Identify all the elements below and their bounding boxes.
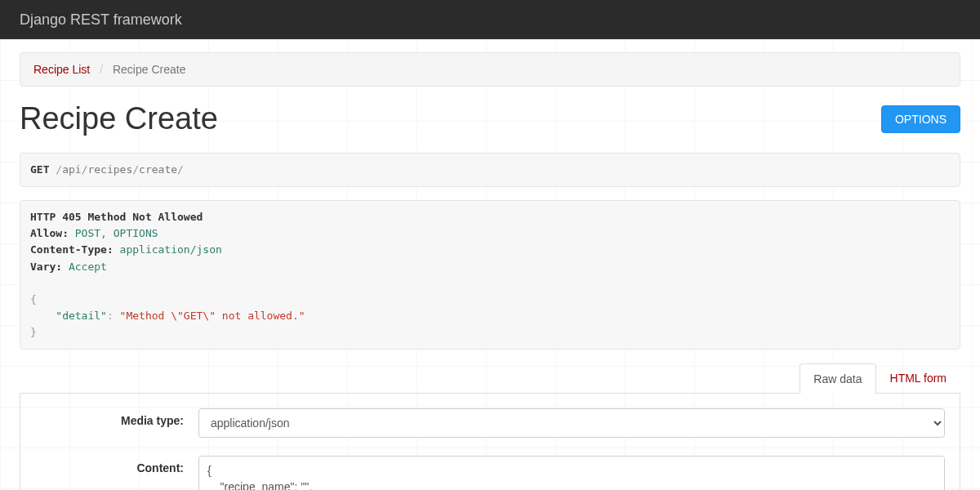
allow-header: POST, OPTIONS	[75, 227, 158, 239]
breadcrumb-separator: /	[100, 63, 103, 76]
request-method: GET	[30, 163, 49, 176]
json-value: "Method \"GET\" not allowed."	[120, 310, 305, 322]
media-type-select[interactable]: application/json	[198, 408, 945, 438]
tab-html-form[interactable]: HTML form	[876, 363, 960, 393]
options-button[interactable]: OPTIONS	[881, 105, 960, 133]
navbar: Django REST framework	[0, 0, 980, 39]
brand-title: Django REST framework	[20, 11, 182, 29]
json-key: "detail"	[56, 310, 107, 322]
content-type-header: application/json	[120, 243, 222, 256]
vary-header: Accept	[69, 261, 107, 273]
status-line: HTTP 405 Method Not Allowed	[30, 211, 203, 223]
breadcrumb: Recipe List / Recipe Create	[20, 52, 960, 87]
content-textarea[interactable]	[198, 456, 945, 490]
page-title: Recipe Create	[20, 101, 218, 136]
breadcrumb-root-link[interactable]: Recipe List	[33, 63, 90, 76]
response-box: HTTP 405 Method Not Allowed Allow: POST,…	[20, 200, 960, 350]
tab-raw-data[interactable]: Raw data	[800, 363, 875, 394]
breadcrumb-current: Recipe Create	[113, 63, 186, 76]
tabs: Raw data HTML form	[20, 363, 960, 393]
raw-data-form: Media type: application/json Content:	[20, 393, 960, 490]
request-line: GET /api/recipes/create/	[20, 153, 960, 187]
content-label: Content:	[35, 456, 198, 490]
media-type-label: Media type:	[35, 408, 198, 438]
